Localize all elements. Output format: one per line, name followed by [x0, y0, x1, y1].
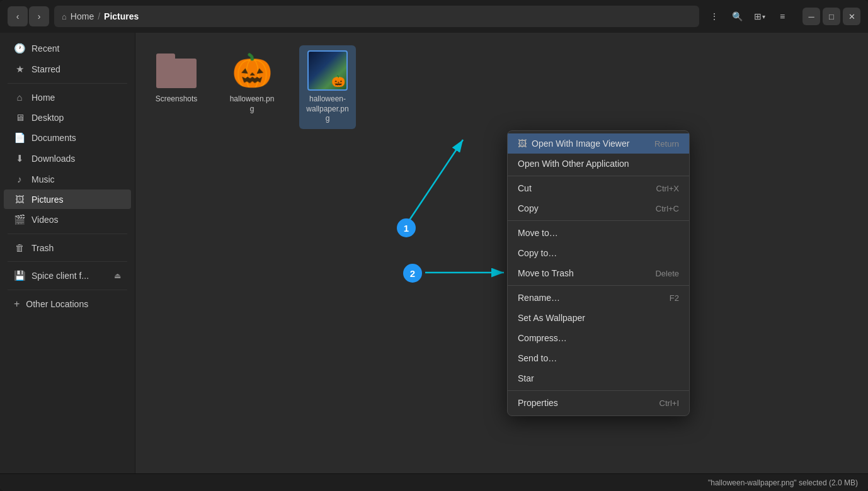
videos-icon: 🎬	[14, 214, 25, 225]
menu-icon: ⋮	[710, 11, 719, 21]
minimize-button[interactable]: ─	[802, 8, 820, 25]
sidebar-label-starred: Starred	[31, 64, 60, 74]
halloween-png-icon: 🎃	[232, 50, 272, 91]
sidebar-label-home: Home	[31, 93, 55, 103]
sidebar-label-music: Music	[31, 174, 55, 184]
sidebar-label-desktop: Desktop	[31, 113, 64, 123]
window-controls: ─ □ ✕	[802, 8, 860, 25]
halloween-wallpaper-icon	[307, 50, 348, 91]
sidebar-item-downloads[interactable]: ⬇ Downloads	[4, 149, 131, 169]
ctx-label-open-other: Open With Other Application	[518, 159, 629, 169]
files-container: Screenshots 🎃 halloween.png halloween-wa…	[148, 45, 855, 129]
eject-icon[interactable]: ⏏	[114, 271, 121, 280]
file-item-screenshots[interactable]: Screenshots	[148, 45, 205, 110]
ctx-divider-3	[508, 285, 689, 286]
ctx-shortcut-cut: Ctrl+X	[656, 184, 679, 193]
breadcrumb-current: Pictures	[104, 11, 139, 21]
sidebar-item-other-locations[interactable]: + Other Locations	[4, 294, 131, 314]
ctx-rename[interactable]: Rename… F2	[508, 288, 689, 308]
ctx-label-open-image-viewer: Open With Image Viewer	[532, 138, 629, 149]
sidebar-divider-2	[8, 234, 127, 234]
status-text: "halloween-wallpaper.png" selected (2.0 …	[708, 478, 858, 487]
image-viewer-icon: 🖼	[518, 138, 527, 149]
maximize-button[interactable]: □	[823, 8, 840, 25]
ctx-compress[interactable]: Compress…	[508, 328, 689, 348]
downloads-icon: ⬇	[14, 153, 25, 164]
ctx-set-as-wallpaper[interactable]: Set As Wallpaper	[508, 308, 689, 328]
sidebar-item-spice[interactable]: 💾 Spice client f... ⏏	[4, 266, 131, 286]
ctx-move-to-trash[interactable]: Move to Trash Delete	[508, 263, 689, 283]
sidebar-item-home[interactable]: ⌂ Home	[4, 87, 131, 107]
ctx-send-to[interactable]: Send to…	[508, 348, 689, 368]
back-button[interactable]: ‹	[8, 6, 28, 26]
sidebar-item-music[interactable]: ♪ Music	[4, 169, 131, 189]
spice-icon: 💾	[14, 270, 25, 281]
ctx-shortcut-copy: Ctrl+C	[656, 204, 679, 213]
ctx-divider-2	[508, 220, 689, 221]
list-view-button[interactable]: ≡	[772, 6, 792, 26]
forward-button[interactable]: ›	[29, 6, 49, 26]
search-button[interactable]: 🔍	[727, 6, 747, 26]
ctx-label-cut: Cut	[518, 183, 532, 193]
sidebar-item-trash[interactable]: 🗑 Trash	[4, 238, 131, 257]
sidebar-item-videos[interactable]: 🎬 Videos	[4, 210, 131, 230]
sidebar-divider-1	[8, 83, 127, 84]
context-menu: 🖼 Open With Image Viewer Return Open Wit…	[507, 130, 690, 416]
annotation-2: 2	[403, 264, 422, 283]
view-grid-button[interactable]: ⊞ ▾	[750, 6, 770, 26]
sidebar-item-desktop[interactable]: 🖥 Desktop	[4, 108, 131, 127]
sidebar-label-downloads: Downloads	[31, 154, 75, 164]
ctx-open-other[interactable]: Open With Other Application	[508, 154, 689, 174]
documents-icon: 📄	[14, 132, 25, 144]
pictures-icon: 🖼	[14, 194, 25, 205]
ctx-star[interactable]: Star	[508, 368, 689, 388]
ctx-shortcut-trash: Delete	[655, 269, 679, 278]
file-name-halloween-wallpaper: halloween-wallpaper.png	[304, 94, 351, 124]
ctx-label-copy: Copy	[518, 203, 539, 213]
sidebar-item-starred[interactable]: ★ Starred	[4, 59, 131, 79]
file-item-halloween-wallpaper[interactable]: halloween-wallpaper.png	[299, 45, 356, 129]
sidebar-item-pictures[interactable]: 🖼 Pictures	[4, 189, 131, 209]
ctx-label-rename: Rename…	[518, 293, 560, 303]
annotation-1: 1	[397, 218, 416, 237]
ctx-label-properties: Properties	[518, 398, 558, 408]
nav-buttons: ‹ ›	[8, 6, 49, 26]
trash-icon: 🗑	[14, 242, 25, 253]
plus-icon: +	[14, 298, 20, 310]
titlebar: ‹ › ⌂ Home / Pictures ⋮ 🔍 ⊞ ▾ ≡ ─	[0, 0, 868, 33]
folder-icon-screenshots	[156, 50, 197, 91]
main-area: 🕐 Recent ★ Starred ⌂ Home 🖥 Desktop 📄 Do…	[0, 33, 868, 473]
ctx-open-image-viewer[interactable]: 🖼 Open With Image Viewer Return	[508, 133, 689, 154]
ctx-label-star: Star	[518, 373, 534, 383]
halloween-wallpaper-thumbnail	[307, 50, 348, 91]
sidebar-item-recent[interactable]: 🕐 Recent	[4, 38, 131, 59]
menu-button[interactable]: ⋮	[704, 6, 724, 26]
recent-icon: 🕐	[14, 43, 25, 54]
breadcrumb-home[interactable]: Home	[71, 11, 94, 21]
file-item-halloween-png[interactable]: 🎃 halloween.png	[224, 45, 280, 119]
sidebar: 🕐 Recent ★ Starred ⌂ Home 🖥 Desktop 📄 Do…	[0, 33, 135, 473]
ctx-shortcut-rename: F2	[670, 293, 679, 303]
ctx-label-send-to: Send to…	[518, 353, 557, 363]
ctx-move-to[interactable]: Move to…	[508, 223, 689, 243]
home-icon: ⌂	[62, 12, 67, 21]
statusbar: "halloween-wallpaper.png" selected (2.0 …	[0, 473, 868, 491]
list-view-icon: ≡	[780, 11, 785, 21]
starred-icon: ★	[14, 64, 25, 75]
breadcrumb-separator: /	[98, 11, 100, 21]
ctx-shortcut-open-image-viewer: Return	[654, 139, 679, 149]
sidebar-label-trash: Trash	[31, 243, 54, 253]
music-icon: ♪	[14, 174, 25, 184]
svg-line-2	[406, 140, 463, 225]
ctx-copy-to[interactable]: Copy to…	[508, 243, 689, 263]
file-manager-window: ‹ › ⌂ Home / Pictures ⋮ 🔍 ⊞ ▾ ≡ ─	[0, 0, 868, 491]
close-button[interactable]: ✕	[843, 8, 860, 25]
ctx-properties[interactable]: Properties Ctrl+I	[508, 393, 689, 413]
ctx-copy[interactable]: Copy Ctrl+C	[508, 198, 689, 218]
ctx-label-compress: Compress…	[518, 333, 567, 343]
search-icon: 🔍	[732, 11, 743, 21]
titlebar-actions: ⋮ 🔍 ⊞ ▾ ≡	[704, 6, 792, 26]
ctx-cut[interactable]: Cut Ctrl+X	[508, 178, 689, 198]
home-sidebar-icon: ⌂	[14, 92, 25, 103]
sidebar-item-documents[interactable]: 📄 Documents	[4, 128, 131, 148]
